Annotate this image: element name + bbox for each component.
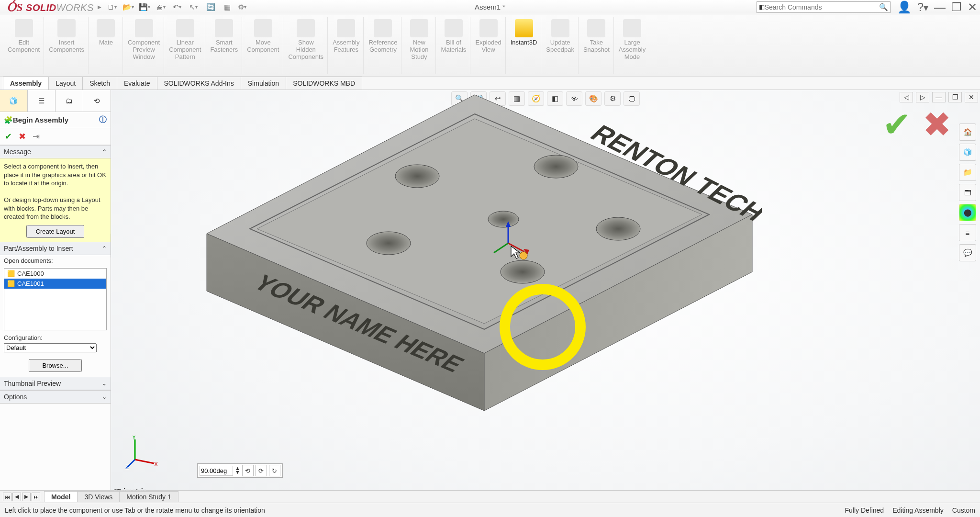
- nav-last-icon[interactable]: ⏭: [32, 493, 40, 501]
- thumbnail-preview-header[interactable]: Thumbnail Preview ⌄: [0, 377, 111, 390]
- qat-options-icon[interactable]: ▦: [220, 1, 234, 13]
- restore-icon[interactable]: ❐: [951, 0, 962, 14]
- search-target-icon: ◧: [759, 3, 765, 11]
- rib-assembly-features[interactable]: AssemblyFeatures: [329, 17, 364, 74]
- rib-update-speedpak[interactable]: UpdateSpeedpak: [542, 17, 579, 74]
- browse-button[interactable]: Browse...: [29, 359, 81, 372]
- user-icon[interactable]: 👤: [897, 0, 912, 14]
- nav-next-icon[interactable]: ▶: [22, 493, 31, 501]
- cancel-icon[interactable]: ✖: [19, 131, 26, 142]
- search-icon[interactable]: 🔍: [879, 3, 888, 11]
- ok-icon[interactable]: ✔: [5, 131, 12, 142]
- svg-line-20: [135, 460, 154, 463]
- qat-save-icon[interactable]: 💾▾: [139, 1, 153, 13]
- fm-dim-icon[interactable]: ⟲: [83, 90, 111, 112]
- app-logo: ỎS SOLIDWORKS: [3, 0, 98, 14]
- viewport-window-controls: ◁ ▷ — ❐ ✕: [900, 92, 978, 102]
- vp-next-icon[interactable]: ▷: [916, 92, 929, 102]
- tab-sketch[interactable]: Sketch: [82, 77, 117, 90]
- minimize-icon[interactable]: —: [934, 0, 946, 14]
- rotate-angle-input[interactable]: [200, 466, 233, 476]
- taskpane-file-icon[interactable]: 📁: [959, 164, 976, 181]
- doc-item-cae1000[interactable]: 🟨CAE1000: [4, 269, 106, 279]
- taskpane-home-icon[interactable]: 🏠: [959, 124, 976, 141]
- reject-x-icon[interactable]: ✖: [923, 104, 951, 145]
- spinner-icon[interactable]: ▲▼: [235, 467, 240, 474]
- qat-rebuild-icon[interactable]: 🔄: [204, 1, 218, 13]
- message-text-2: Or design top-down using a Layout with b…: [4, 196, 107, 221]
- tab-layout[interactable]: Layout: [48, 77, 83, 90]
- rib-mate[interactable]: Mate: [89, 17, 123, 74]
- tab-assembly[interactable]: Assembly: [3, 77, 49, 90]
- document-title: Assem1 *: [475, 3, 505, 11]
- rib-reference-geometry[interactable]: ReferenceGeometry: [365, 17, 401, 74]
- message-header[interactable]: Message ⌃: [0, 145, 111, 158]
- message-header-text: Message: [4, 148, 31, 156]
- fm-tree-icon[interactable]: 🧊: [0, 90, 28, 112]
- pm-title-text: Begin Assembly: [13, 116, 68, 124]
- svg-text:Y: Y: [132, 436, 136, 441]
- logo-dropdown-icon[interactable]: ▶: [98, 4, 102, 10]
- bottom-tab-motion-study[interactable]: Motion Study 1: [119, 491, 178, 502]
- doc-item-cae1001[interactable]: 🟨CAE1001: [4, 279, 106, 289]
- taskpane-appearance-icon[interactable]: ⬤: [959, 204, 976, 221]
- vp-restore-icon[interactable]: ❐: [948, 92, 962, 102]
- accept-check-icon[interactable]: ✔: [882, 104, 911, 145]
- qat-open-icon[interactable]: 📂▾: [122, 1, 137, 13]
- rib-exploded-view[interactable]: ExplodedView: [471, 17, 505, 74]
- tab-evaluate[interactable]: Evaluate: [117, 77, 157, 90]
- options-header[interactable]: Options ⌄: [0, 390, 111, 404]
- bottom-tab-3dviews[interactable]: 3D Views: [77, 491, 120, 502]
- rib-smart-fasteners[interactable]: SmartFasteners: [206, 17, 242, 74]
- vp-minimize-icon[interactable]: —: [932, 92, 946, 102]
- rib-bill-of-materials[interactable]: Bill ofMaterials: [437, 17, 470, 74]
- taskpane-props-icon[interactable]: ≡: [959, 224, 976, 241]
- rib-component-preview[interactable]: ComponentPreviewWindow: [124, 17, 164, 74]
- status-units[interactable]: Custom: [952, 506, 975, 514]
- search-commands-box[interactable]: ◧ 🔍: [757, 1, 891, 13]
- create-layout-button[interactable]: Create Layout: [26, 225, 85, 238]
- vp-close-icon[interactable]: ✕: [965, 92, 978, 102]
- rib-large-assembly[interactable]: LargeAssemblyMode: [615, 17, 649, 74]
- taskpane-view-icon[interactable]: 🗔: [959, 184, 976, 201]
- rotate-y-button[interactable]: ⟳: [256, 465, 267, 476]
- qat-undo-icon[interactable]: ↶▾: [171, 1, 186, 13]
- vp-prev-icon[interactable]: ◁: [900, 92, 913, 102]
- configuration-select[interactable]: Default: [4, 343, 97, 352]
- qat-settings-icon[interactable]: ⚙▾: [236, 1, 251, 13]
- rotate-x-button[interactable]: ⟲: [242, 465, 254, 476]
- model-3d-render: RENTON TECH YOUR NAME HERE: [188, 85, 762, 459]
- rib-move-component[interactable]: MoveComponent: [243, 17, 283, 74]
- rib-linear-pattern[interactable]: LinearComponentPattern: [165, 17, 205, 74]
- nav-prev-icon[interactable]: ◀: [12, 493, 21, 501]
- rib-edit-component[interactable]: EditComponent: [4, 17, 44, 74]
- qat-print-icon[interactable]: 🖨▾: [155, 1, 169, 13]
- pin-icon[interactable]: ⇥: [33, 131, 40, 142]
- status-editing: Editing Assembly: [892, 506, 944, 514]
- search-input[interactable]: [765, 3, 879, 11]
- rotate-z-button[interactable]: ↻: [269, 465, 280, 476]
- part-assembly-header[interactable]: Part/Assembly to Insert ⌃: [0, 242, 111, 255]
- taskpane-forum-icon[interactable]: 💬: [959, 244, 976, 261]
- help-icon[interactable]: ?▾: [917, 0, 928, 14]
- graphics-viewport[interactable]: 🔍 🔎 ↩ ▥ 🧭 ◧ 👁 🎨 ⚙ 🖵 ◁ ▷ — ❐ ✕ ✔ ✖: [111, 90, 980, 503]
- close-icon[interactable]: ✕: [968, 0, 977, 14]
- rib-take-snapshot[interactable]: TakeSnapshot: [579, 17, 614, 74]
- taskpane-resources-icon[interactable]: 🧊: [959, 144, 976, 161]
- qat-select-icon[interactable]: ↖▾: [188, 1, 202, 13]
- svg-point-8: [488, 211, 519, 227]
- fm-config-icon[interactable]: 🗂: [56, 90, 83, 112]
- tab-nav-arrows: ⏮ ◀ ▶ ⏭: [3, 493, 40, 501]
- rib-instant3d[interactable]: Instant3D: [507, 17, 542, 74]
- nav-first-icon[interactable]: ⏮: [3, 493, 11, 501]
- open-documents-list[interactable]: 🟨CAE1000 🟨CAE1001: [4, 268, 107, 330]
- rib-new-motion-study[interactable]: NewMotionStudy: [402, 17, 436, 74]
- qat-new-icon[interactable]: 🗋▾: [106, 1, 121, 13]
- pm-help-icon[interactable]: ⓘ: [99, 115, 107, 125]
- fm-property-icon[interactable]: ☰: [28, 90, 56, 112]
- bottom-tab-model[interactable]: Model: [44, 491, 78, 502]
- rib-insert-components[interactable]: InsertComponents: [45, 17, 89, 74]
- panel-tab-icons: 🧊 ☰ 🗂 ⟲: [0, 90, 111, 112]
- rib-show-hidden[interactable]: ShowHiddenComponents: [284, 17, 328, 74]
- title-bar: ỎS SOLIDWORKS ▶ 🗋▾ 📂▾ 💾▾ 🖨▾ ↶▾ ↖▾ 🔄 ▦ ⚙▾…: [0, 0, 980, 14]
